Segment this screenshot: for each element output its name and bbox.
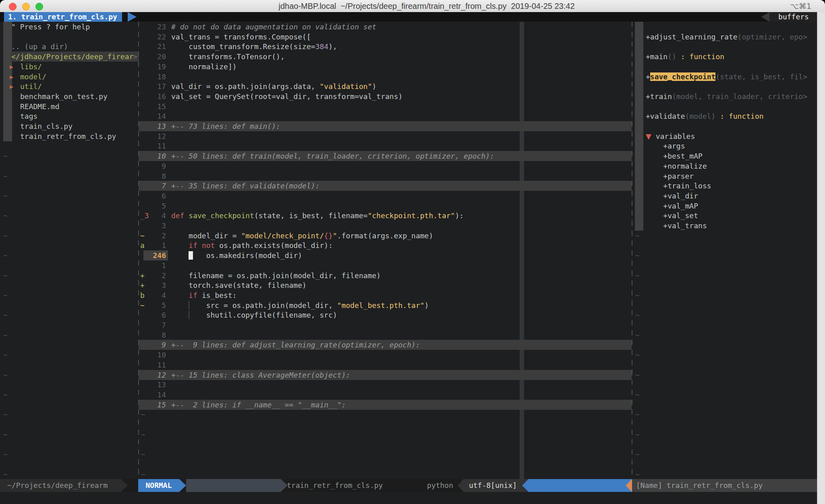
tag-entry-text: +parser <box>646 171 694 181</box>
tag-entry-text: +main() : function <box>646 52 724 62</box>
statusline-filename: train_retr_from_cls.py <box>287 479 383 492</box>
tag-entry[interactable]: +adjust_learning_rate(optimizer, epo> <box>0 32 825 42</box>
highlighted-tag: save_checkpoint <box>650 72 716 81</box>
buffer-tab[interactable]: 1. train_retr_from_cls.py <box>4 12 122 22</box>
code-row[interactable]: 11 <box>0 360 825 370</box>
tag-entry-text: +val_set <box>646 211 698 221</box>
line-number: 9 <box>145 340 166 350</box>
code-row <box>0 419 825 430</box>
fold-open-icon: ▼ <box>646 132 651 140</box>
titlebar: jdhao-MBP.local ~/Projects/deep_firearm/… <box>0 0 825 12</box>
empty-line: ~ <box>0 250 825 260</box>
code-row[interactable]: ~5 src = os.path.join(model_dir, "model_… <box>0 300 825 310</box>
empty-line: ~ <box>0 310 825 320</box>
code-row[interactable]: 23# do not do data augmentation on valid… <box>0 22 825 32</box>
tag-entry-text: +args <box>646 141 685 151</box>
powerline-arrow-icon <box>121 479 128 492</box>
terminal-window: jdhao-MBP.local ~/Projects/deep_firearm/… <box>0 0 825 504</box>
empty-line: ~ <box>0 231 825 241</box>
empty-line: ~ <box>0 330 825 340</box>
fold-text: +-- 9 lines: def adjust_learning_rate(op… <box>171 340 420 350</box>
tag-entry-text: +train(model, train_loader, criterio> <box>646 91 807 101</box>
buffer-tab-arrow-icon <box>128 12 137 22</box>
window-separator-left[interactable] <box>138 22 139 479</box>
tag-entry-text: +best_mAP <box>646 151 703 161</box>
tag-entry[interactable]: ▼ variables <box>0 131 825 141</box>
statusline-filetype: python <box>427 479 453 492</box>
fold-row[interactable]: 13+-- 73 lines: def main(): <box>0 121 825 131</box>
fold-text: +-- 73 lines: def main(): <box>171 121 280 131</box>
powerline-arrow-icon <box>458 479 464 492</box>
code-row[interactable]: +3 torch.save(state, filename) <box>0 280 825 290</box>
code-row <box>0 459 825 469</box>
code-line: custom_transform.Resize(size=384), <box>171 41 337 52</box>
tag-entry[interactable]: +val_mAP <box>0 201 825 211</box>
tag-entry[interactable]: +args <box>0 141 825 151</box>
tag-entry[interactable]: +val_trans <box>0 221 825 231</box>
powerline-arrow-icon <box>626 479 632 492</box>
line-number: 19 <box>145 62 166 72</box>
terminal-scrollbar[interactable] <box>817 12 825 504</box>
code-line: torch.save(state, filename) <box>171 280 307 290</box>
line-number: 13 <box>145 121 166 131</box>
tag-entry[interactable]: +main() : function <box>0 52 825 62</box>
buffers-left-arrow-icon <box>761 12 769 22</box>
line-number: 5 <box>145 300 166 310</box>
empty-line: ~ <box>0 449 825 459</box>
code-row[interactable]: 7 <box>0 320 825 330</box>
tag-entry[interactable]: +train_loss <box>0 181 825 191</box>
buffers-label: buffers <box>769 12 818 22</box>
fold-row[interactable]: 9+-- 9 lines: def adjust_learning_rate(o… <box>0 340 825 350</box>
tag-entry[interactable]: +save_checkpoint(state, is_best, fil> <box>0 72 825 82</box>
code-row[interactable]: 17val_dir = os.path.join(args.data, "val… <box>0 81 825 91</box>
tag-entry[interactable]: +val_dir <box>0 191 825 201</box>
line-number: 1 <box>145 260 166 271</box>
fold-text: +-- 2 lines: if __name__ == "__main__": <box>171 400 346 410</box>
window-title: jdhao-MBP.local ~/Projects/deep_firearm/… <box>0 0 825 12</box>
command-line <box>0 492 825 504</box>
statusline: ~/Projects/deep_firearm NORMAL +8 ~3 -3 … <box>0 479 825 492</box>
line-number: 11 <box>145 360 166 370</box>
line-number: 3 <box>145 280 166 290</box>
statusline-tagbar: [Name] train_retr_from_cls.py <box>632 479 818 492</box>
tag-entry[interactable]: +val_set <box>0 211 825 221</box>
code-row[interactable]: 21 custom_transform.Resize(size=384), <box>0 41 825 52</box>
window-separator-right[interactable] <box>632 22 632 479</box>
fold-row[interactable]: 15+-- 2 lines: if __name__ == "__main__"… <box>0 400 825 410</box>
code-row[interactable]: 13 <box>0 380 825 390</box>
code-line: src = os.path.join(model_dir, "model_bes… <box>171 300 429 310</box>
code-row[interactable]: 19 normalize]) <box>0 62 825 72</box>
line-number: 1 <box>145 240 166 250</box>
code-row[interactable]: a1 if not os.path.exists(model_dir): <box>0 240 825 250</box>
empty-line: ~ <box>0 430 825 440</box>
tag-entry[interactable]: +normalize <box>0 161 825 171</box>
tag-entry-text: +adjust_learning_rate(optimizer, epo> <box>646 32 807 42</box>
tabline: 1. train_retr_from_cls.py buffers <box>0 12 825 22</box>
code-row[interactable]: 15 <box>0 101 825 112</box>
empty-line: ~ <box>0 350 825 360</box>
statusline-encoding: utf-8[unix] <box>464 479 522 492</box>
code-row <box>0 439 825 449</box>
mode-indicator: NORMAL <box>138 479 179 492</box>
line-number: 7 <box>145 320 166 330</box>
tag-entry-text: +save_checkpoint(state, is_best, fil> <box>646 72 807 82</box>
tag-entry-text: +validate(model) : function <box>646 111 764 121</box>
tag-entry[interactable]: +parser <box>0 171 825 181</box>
line-number: 21 <box>145 41 166 52</box>
tag-entry-text: +val_mAP <box>646 201 698 211</box>
powerline-arrow-icon <box>179 479 186 492</box>
empty-line: ~ <box>0 390 825 400</box>
tag-entry-text: +val_trans <box>646 221 707 231</box>
statusline-position: 86% ≡ 246/284ln : 5 <box>529 479 626 492</box>
tag-entry[interactable]: +validate(model) : function <box>0 111 825 121</box>
code-row[interactable]: 1 <box>0 260 825 271</box>
tag-entry[interactable]: +train(model, train_loader, criterio> <box>0 91 825 101</box>
line-number: 15 <box>145 400 166 410</box>
tag-entry[interactable]: +best_mAP <box>0 151 825 161</box>
empty-line: ~ <box>0 469 825 479</box>
tag-entry-text: +val_dir <box>646 191 698 201</box>
code-line: # do not do data augmentation on validat… <box>171 22 376 32</box>
code-line: if not os.path.exists(model_dir): <box>171 240 333 250</box>
tag-entry-text: +normalize <box>646 161 707 171</box>
statusline-nerdtree-path: ~/Projects/deep_firearm <box>0 479 121 492</box>
